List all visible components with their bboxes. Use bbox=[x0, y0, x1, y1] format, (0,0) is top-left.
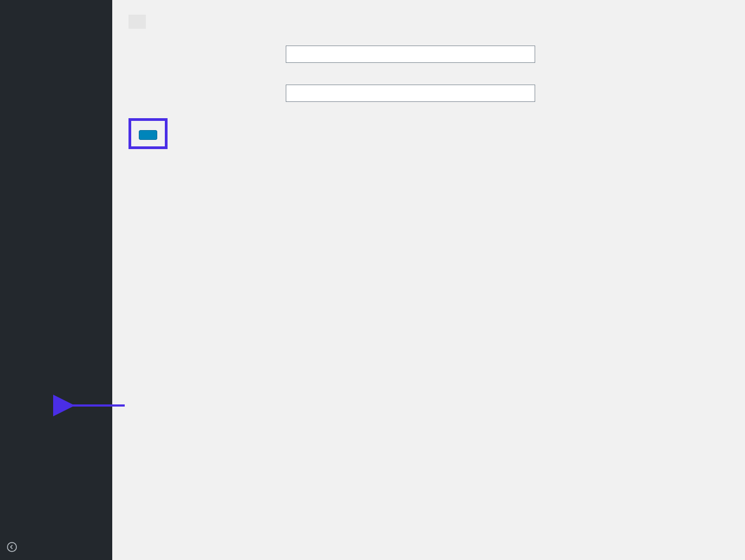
tag-base-input[interactable] bbox=[286, 85, 535, 102]
save-changes-button[interactable] bbox=[139, 130, 157, 140]
save-highlight-box bbox=[129, 118, 168, 149]
svg-point-0 bbox=[8, 543, 17, 552]
main-content bbox=[112, 0, 745, 560]
collapse-menu[interactable] bbox=[0, 534, 112, 560]
collapse-icon bbox=[5, 540, 18, 553]
optional-description bbox=[129, 15, 729, 29]
category-base-input[interactable] bbox=[286, 46, 535, 63]
admin-sidebar bbox=[0, 0, 112, 560]
